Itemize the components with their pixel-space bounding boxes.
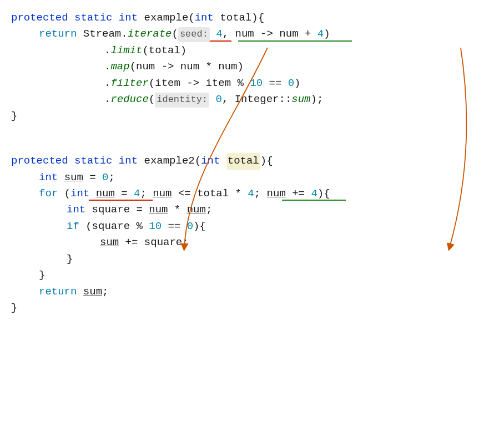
sp16: square = — [85, 202, 149, 218]
line-1-5: .filter(item -> item % 10 == 0 ) — [11, 75, 473, 91]
separator — [11, 138, 473, 153]
num-10-1: 10 — [250, 75, 263, 91]
seed-value: 4 — [216, 26, 222, 42]
code-block-2: protected static int example2( int total… — [11, 153, 473, 316]
close-paren: ) — [324, 26, 330, 42]
line-2-7: } — [11, 251, 473, 267]
kw-int-5: int — [39, 170, 58, 186]
seed-label: seed: — [178, 27, 210, 42]
line-1-1: protected static int example( int total)… — [11, 10, 473, 26]
kw-for: for — [39, 186, 58, 202]
eq1: == — [263, 75, 288, 91]
semi1: ; — [108, 170, 114, 186]
paren-open: ( — [172, 26, 178, 42]
sp-id — [209, 91, 215, 108]
sum-return: sum — [83, 284, 102, 300]
num-0-4: 0 — [187, 218, 193, 235]
semi5: ; — [102, 284, 108, 300]
line-2-5: if (square % 10 == 0 ){ — [11, 218, 473, 235]
sp17: * — [168, 202, 186, 218]
filter-text: .filter(item -> item % — [104, 75, 250, 91]
close-brace-1: } — [11, 108, 17, 124]
sp2 — [112, 10, 118, 26]
sp4: num -> num + — [229, 26, 317, 42]
line-2-2: int sum = 0 ; — [11, 170, 473, 186]
close-for-brace: } — [39, 267, 45, 283]
limit-text: .limit(total) — [104, 43, 186, 59]
sp6 — [112, 153, 118, 169]
plus4: 4 — [317, 26, 324, 42]
kw-protected: protected — [11, 10, 68, 26]
num-0-2: 0 — [215, 91, 221, 108]
sum-var: sum — [64, 170, 83, 186]
sp20: += square; — [119, 235, 188, 251]
for-4-2: 4 — [248, 186, 254, 202]
sp12 — [89, 186, 95, 202]
kw-int2: int — [195, 10, 214, 26]
close-brace-2: } — [11, 300, 17, 316]
close-if: ){ — [193, 218, 206, 235]
sp10: = — [83, 170, 102, 186]
sp3: example( — [138, 10, 195, 26]
sp5 — [68, 153, 74, 169]
num-10-2: 10 — [149, 218, 162, 235]
line-2-8: } — [11, 267, 473, 283]
kw-protected-2: protected — [11, 153, 68, 169]
line-2-10: } — [11, 300, 473, 316]
kw-return-2: return — [39, 284, 77, 300]
line-1-7: } — [11, 108, 473, 124]
line-1-3: .limit(total) — [11, 43, 473, 59]
close-reduce: ); — [311, 91, 324, 108]
sp1 — [68, 10, 74, 26]
close-if-brace: } — [67, 251, 73, 267]
semi4: ; — [206, 202, 212, 218]
comma: , — [223, 26, 229, 42]
sp8 — [220, 153, 226, 169]
close-filter: ) — [294, 75, 300, 91]
line-1-6: .reduce( identity: 0 , Integer:: sum ); — [11, 91, 473, 108]
line-2-1: protected static int example2( int total… — [11, 153, 473, 169]
sum-method: sum — [291, 91, 310, 108]
kw-return: return — [39, 26, 77, 42]
code-editor: protected static int example( int total)… — [11, 10, 473, 316]
sp15: += — [286, 186, 311, 202]
line-2-4: int square = num * num ; — [11, 202, 473, 218]
identity-label: identity: — [155, 93, 209, 107]
sp9 — [58, 170, 64, 186]
sp-seed — [210, 26, 216, 42]
sp14: <= total * — [172, 186, 248, 202]
semi2: ; — [140, 186, 153, 202]
num-0-3: 0 — [102, 170, 108, 186]
code-block-1: protected static int example( int total)… — [11, 10, 473, 124]
sum-stmt: sum — [100, 235, 119, 251]
end-sig: ){ — [260, 153, 273, 169]
num-var-2: num — [153, 186, 172, 202]
sp19: == — [162, 218, 187, 235]
num-var-4: num — [149, 202, 168, 218]
stream-text: Stream. — [77, 26, 127, 42]
kw-int-3: int — [119, 153, 138, 169]
for-4-3: 4 — [311, 186, 317, 202]
line-1-4: .map(num -> num * num) — [11, 59, 473, 75]
kw-int: int — [119, 10, 138, 26]
kw-int-4: int — [201, 153, 220, 169]
for-4-1: 4 — [134, 186, 140, 202]
semi3: ; — [254, 186, 267, 202]
reduce-text: .reduce( — [104, 91, 155, 108]
sp18: (square % — [79, 218, 149, 235]
comma2: , Integer:: — [222, 91, 291, 108]
method-iterate: iterate — [128, 26, 172, 42]
map-text: .map(num -> num * num) — [104, 59, 244, 75]
num-var-5: num — [187, 202, 206, 218]
num-var-1: num — [96, 186, 115, 202]
num-0-1: 0 — [288, 75, 294, 91]
sp7: example2( — [138, 153, 201, 169]
total-highlight: total — [226, 153, 260, 169]
line-2-3: for ( int num = 4 ; num <= total * 4 ; n… — [11, 186, 473, 202]
kw-static-2: static — [74, 153, 112, 169]
line-2-6: sum += square; — [11, 235, 473, 251]
line-1-2: return Stream. iterate ( seed: 4 , num -… — [11, 26, 473, 42]
close-for: ){ — [317, 186, 330, 202]
sp11: ( — [58, 186, 70, 202]
line-2-9: return sum ; — [11, 284, 473, 300]
